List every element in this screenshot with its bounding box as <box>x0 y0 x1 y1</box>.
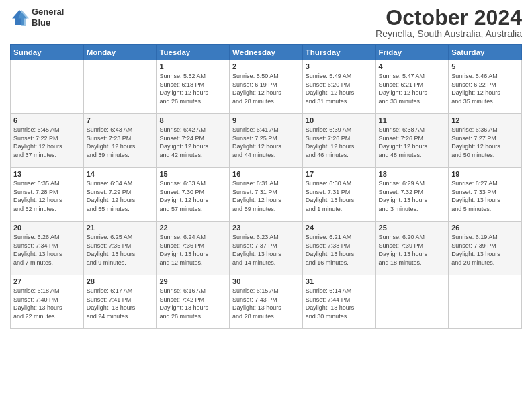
calendar-cell: 16Sunrise: 6:31 AM Sunset: 7:31 PM Dayli… <box>230 168 303 222</box>
cell-info: Sunrise: 6:15 AM Sunset: 7:43 PM Dayligh… <box>232 287 300 320</box>
logo-line2: Blue <box>32 17 64 28</box>
calendar-cell: 22Sunrise: 6:24 AM Sunset: 7:36 PM Dayli… <box>157 222 230 275</box>
col-header-sunday: Sunday <box>11 45 84 60</box>
page: General Blue October 2024 Reynella, Sout… <box>0 0 532 411</box>
cell-info: Sunrise: 6:39 AM Sunset: 7:26 PM Dayligh… <box>306 126 373 159</box>
week-row-1: 6Sunrise: 6:45 AM Sunset: 7:22 PM Daylig… <box>11 114 522 168</box>
calendar-cell: 18Sunrise: 6:29 AM Sunset: 7:32 PM Dayli… <box>375 168 449 222</box>
calendar-cell <box>375 275 449 329</box>
calendar-cell: 17Sunrise: 6:30 AM Sunset: 7:31 PM Dayli… <box>302 168 375 222</box>
title-block: October 2024 Reynella, South Australia, … <box>375 7 522 39</box>
cell-info: Sunrise: 6:20 AM Sunset: 7:39 PM Dayligh… <box>379 233 446 267</box>
day-number: 30 <box>232 277 300 285</box>
calendar-cell: 20Sunrise: 6:26 AM Sunset: 7:34 PM Dayli… <box>11 222 84 275</box>
day-number: 1 <box>159 62 226 71</box>
calendar-table: SundayMondayTuesdayWednesdayThursdayFrid… <box>10 44 522 329</box>
calendar-cell: 15Sunrise: 6:33 AM Sunset: 7:30 PM Dayli… <box>157 168 230 222</box>
day-number: 31 <box>306 277 373 285</box>
day-number: 5 <box>451 62 519 71</box>
calendar-body: 1Sunrise: 5:52 AM Sunset: 6:18 PM Daylig… <box>11 60 522 329</box>
cell-info: Sunrise: 6:14 AM Sunset: 7:44 PM Dayligh… <box>306 287 373 320</box>
calendar-cell: 24Sunrise: 6:21 AM Sunset: 7:38 PM Dayli… <box>302 222 375 275</box>
cell-info: Sunrise: 5:52 AM Sunset: 6:18 PM Dayligh… <box>159 72 226 105</box>
calendar-cell: 7Sunrise: 6:43 AM Sunset: 7:23 PM Daylig… <box>83 114 157 168</box>
calendar-cell: 12Sunrise: 6:36 AM Sunset: 7:27 PM Dayli… <box>449 114 522 168</box>
calendar-cell <box>449 275 522 329</box>
cell-info: Sunrise: 6:26 AM Sunset: 7:34 PM Dayligh… <box>13 233 81 267</box>
calendar-cell: 1Sunrise: 5:52 AM Sunset: 6:18 PM Daylig… <box>157 60 230 114</box>
logo-icon <box>10 8 29 27</box>
cell-info: Sunrise: 6:29 AM Sunset: 7:32 PM Dayligh… <box>379 179 446 213</box>
header-row: SundayMondayTuesdayWednesdayThursdayFrid… <box>11 45 522 60</box>
day-number: 19 <box>451 170 519 178</box>
cell-info: Sunrise: 6:27 AM Sunset: 7:33 PM Dayligh… <box>451 179 519 213</box>
day-number: 7 <box>87 116 154 124</box>
cell-info: Sunrise: 6:25 AM Sunset: 7:35 PM Dayligh… <box>87 233 154 267</box>
day-number: 8 <box>159 116 226 124</box>
day-number: 11 <box>379 116 446 124</box>
cell-info: Sunrise: 6:33 AM Sunset: 7:30 PM Dayligh… <box>159 179 226 213</box>
logo: General Blue <box>10 7 64 28</box>
cell-info: Sunrise: 5:49 AM Sunset: 6:20 PM Dayligh… <box>306 72 373 105</box>
calendar-cell: 2Sunrise: 5:50 AM Sunset: 6:19 PM Daylig… <box>230 60 303 114</box>
calendar-cell: 5Sunrise: 5:46 AM Sunset: 6:22 PM Daylig… <box>449 60 522 114</box>
calendar-cell: 14Sunrise: 6:34 AM Sunset: 7:29 PM Dayli… <box>83 168 157 222</box>
day-number: 20 <box>13 224 81 232</box>
col-header-wednesday: Wednesday <box>230 45 303 60</box>
cell-info: Sunrise: 6:18 AM Sunset: 7:40 PM Dayligh… <box>13 287 81 320</box>
cell-info: Sunrise: 6:35 AM Sunset: 7:28 PM Dayligh… <box>13 179 81 213</box>
col-header-tuesday: Tuesday <box>157 45 230 60</box>
day-number: 6 <box>13 116 81 124</box>
week-row-0: 1Sunrise: 5:52 AM Sunset: 6:18 PM Daylig… <box>11 60 522 114</box>
calendar-cell: 27Sunrise: 6:18 AM Sunset: 7:40 PM Dayli… <box>11 275 84 329</box>
day-number: 12 <box>451 116 519 124</box>
calendar-cell <box>11 60 84 114</box>
day-number: 16 <box>232 170 300 178</box>
cell-info: Sunrise: 6:31 AM Sunset: 7:31 PM Dayligh… <box>232 179 300 213</box>
logo-line1: General <box>32 7 64 17</box>
cell-info: Sunrise: 6:17 AM Sunset: 7:41 PM Dayligh… <box>87 287 154 320</box>
day-number: 2 <box>232 62 300 71</box>
calendar-cell: 3Sunrise: 5:49 AM Sunset: 6:20 PM Daylig… <box>302 60 375 114</box>
cell-info: Sunrise: 6:23 AM Sunset: 7:37 PM Dayligh… <box>232 233 300 267</box>
calendar-cell: 28Sunrise: 6:17 AM Sunset: 7:41 PM Dayli… <box>83 275 157 329</box>
day-number: 9 <box>232 116 300 124</box>
month-title: October 2024 <box>375 7 522 28</box>
calendar-header: SundayMondayTuesdayWednesdayThursdayFrid… <box>11 45 522 60</box>
calendar-cell: 30Sunrise: 6:15 AM Sunset: 7:43 PM Dayli… <box>230 275 303 329</box>
calendar-cell: 10Sunrise: 6:39 AM Sunset: 7:26 PM Dayli… <box>302 114 375 168</box>
day-number: 29 <box>159 277 226 285</box>
week-row-4: 27Sunrise: 6:18 AM Sunset: 7:40 PM Dayli… <box>11 275 522 329</box>
week-row-2: 13Sunrise: 6:35 AM Sunset: 7:28 PM Dayli… <box>11 168 522 222</box>
calendar-cell: 4Sunrise: 5:47 AM Sunset: 6:21 PM Daylig… <box>375 60 449 114</box>
calendar-cell: 13Sunrise: 6:35 AM Sunset: 7:28 PM Dayli… <box>11 168 84 222</box>
logo-text: General Blue <box>32 7 64 28</box>
calendar-cell: 26Sunrise: 6:19 AM Sunset: 7:39 PM Dayli… <box>449 222 522 275</box>
calendar-cell: 11Sunrise: 6:38 AM Sunset: 7:26 PM Dayli… <box>375 114 449 168</box>
day-number: 26 <box>451 224 519 232</box>
col-header-monday: Monday <box>83 45 157 60</box>
calendar-cell: 23Sunrise: 6:23 AM Sunset: 7:37 PM Dayli… <box>230 222 303 275</box>
calendar-cell: 19Sunrise: 6:27 AM Sunset: 7:33 PM Dayli… <box>449 168 522 222</box>
subtitle: Reynella, South Australia, Australia <box>375 28 522 39</box>
day-number: 23 <box>232 224 300 232</box>
day-number: 18 <box>379 170 446 178</box>
calendar-cell: 31Sunrise: 6:14 AM Sunset: 7:44 PM Dayli… <box>302 275 375 329</box>
day-number: 10 <box>306 116 373 124</box>
col-header-saturday: Saturday <box>449 45 522 60</box>
cell-info: Sunrise: 6:45 AM Sunset: 7:22 PM Dayligh… <box>13 126 81 159</box>
cell-info: Sunrise: 6:24 AM Sunset: 7:36 PM Dayligh… <box>159 233 226 267</box>
day-number: 14 <box>87 170 154 178</box>
cell-info: Sunrise: 6:38 AM Sunset: 7:26 PM Dayligh… <box>379 126 446 159</box>
calendar-cell: 29Sunrise: 6:16 AM Sunset: 7:42 PM Dayli… <box>157 275 230 329</box>
cell-info: Sunrise: 6:16 AM Sunset: 7:42 PM Dayligh… <box>159 287 226 320</box>
day-number: 27 <box>13 277 81 285</box>
day-number: 13 <box>13 170 81 178</box>
day-number: 25 <box>379 224 446 232</box>
calendar-cell <box>83 60 157 114</box>
cell-info: Sunrise: 5:47 AM Sunset: 6:21 PM Dayligh… <box>379 72 446 105</box>
cell-info: Sunrise: 6:41 AM Sunset: 7:25 PM Dayligh… <box>232 126 300 159</box>
col-header-thursday: Thursday <box>302 45 375 60</box>
week-row-3: 20Sunrise: 6:26 AM Sunset: 7:34 PM Dayli… <box>11 222 522 275</box>
cell-info: Sunrise: 6:36 AM Sunset: 7:27 PM Dayligh… <box>451 126 519 159</box>
